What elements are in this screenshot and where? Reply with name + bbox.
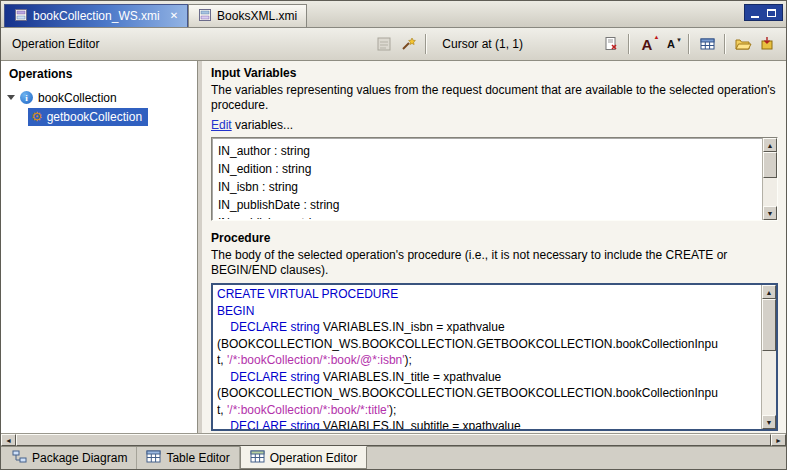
scroll-down-icon[interactable]: ▼ [762,415,776,429]
toolbar-title: Operation Editor [8,37,99,51]
code-line: t, '/*:bookCollection/*:book/@*:isbn'); [217,352,758,369]
scrollbar-thumb[interactable] [762,299,776,351]
tab-table-editor[interactable]: Table Editor [137,447,239,469]
editor-tab-label: bookCollection_WS.xmi [33,9,160,23]
input-variables-list[interactable]: IN_author : stringIN_edition : stringIN_… [211,137,778,221]
xmi-file-icon [14,8,28,25]
toolbar-separator [688,34,690,54]
code-line: DECLARE string VARIABLES.IN_subtitle = x… [217,418,758,429]
code-line: t, '/*:bookCollection/*:book/*:title'); [217,402,758,419]
edit-variables-link[interactable]: Edit [211,118,232,132]
expand-arrow-icon[interactable] [7,95,15,100]
wand-icon[interactable] [396,32,420,56]
tree-item-getbookcollection[interactable]: ⚙ getbookCollection [1,107,197,126]
tab-package-diagram[interactable]: Package Diagram [3,447,137,469]
section-description: The variables representing values from t… [211,83,776,113]
package-diagram-icon [12,450,27,466]
operations-panel-title: Operations [1,61,197,88]
code-line: DECLARE string VARIABLES.IN_title = xpat… [217,369,758,386]
section-description: The body of the selected operation's pro… [211,248,776,278]
scroll-up-icon[interactable]: ▲ [762,285,776,299]
operations-tree: i bookCollection ⚙ getbookCollection [1,88,197,126]
operation-editor-window: bookCollection_WS.xmi ✕ BooksXML.xmi Ope… [0,0,787,470]
close-icon[interactable]: ✕ [170,11,178,21]
disabled-action-icon[interactable] [372,32,396,56]
table-editor-icon [146,450,161,466]
code-line: BEGIN [217,303,758,320]
view-control-buttons [744,4,783,21]
font-increase-icon[interactable]: A▲ [635,32,659,56]
procedure-section: Procedure The body of the selected opera… [211,231,780,433]
tree-item-bookcollection[interactable]: i bookCollection [1,88,197,107]
scroll-right-icon[interactable]: ► [771,434,786,446]
editor-tab-bar: bookCollection_WS.xmi ✕ BooksXML.xmi [1,1,786,28]
selected-tree-item[interactable]: ⚙ getbookCollection [28,108,148,126]
toolbar-separator [628,34,630,54]
scrollbar-thumb[interactable] [16,434,771,446]
edit-variables-suffix: variables... [232,118,293,132]
scroll-down-icon[interactable]: ▼ [763,206,777,220]
validate-xml-icon[interactable] [599,32,623,56]
operation-editor-toolbar: Operation Editor Cursor at (1, 1) A▲ A▼ [1,28,786,61]
vertical-scrollbar[interactable]: ▲ ▼ [761,285,776,429]
variable-list-item[interactable]: IN_author : string [218,142,756,160]
gear-icon: ⚙ [31,110,43,123]
tab-label: Package Diagram [32,451,127,465]
section-title: Procedure [211,231,780,245]
variable-list-item[interactable]: IN_publisher : string [218,214,756,219]
tab-operation-editor[interactable]: Operation Editor [240,446,367,469]
minimize-icon[interactable] [751,8,759,18]
code-line: (BOOKCOLLECTION_WS.BOOKCOLLECTION.GETBOO… [217,385,758,402]
open-folder-icon[interactable] [731,32,755,56]
editor-tab-bookcollection-ws[interactable]: bookCollection_WS.xmi ✕ [4,4,188,27]
variable-list-item[interactable]: IN_publishDate : string [218,196,756,214]
scroll-up-icon[interactable]: ▲ [763,138,777,152]
variable-list-item[interactable]: IN_edition : string [218,160,756,178]
code-line: DECLARE string VARIABLES.IN_isbn = xpath… [217,319,758,336]
scrollbar-thumb[interactable] [763,152,777,178]
procedure-code-editor[interactable]: CREATE VIRTUAL PROCEDUREBEGIN DECLARE st… [211,283,778,431]
tab-label: Table Editor [166,451,229,465]
horizontal-scrollbar[interactable]: ◄ ► [1,433,786,446]
editor-tab-booksxml[interactable]: BooksXML.xmi [188,4,307,27]
toolbar-separator [425,34,427,54]
maximize-icon[interactable] [767,9,776,17]
editor-body: Operations i bookCollection ⚙ getbookCol… [1,61,786,433]
variable-list-item[interactable]: IN_isbn : string [218,178,756,196]
cursor-position-status: Cursor at (1, 1) [432,37,533,51]
operations-panel: Operations i bookCollection ⚙ getbookCol… [1,61,198,433]
editor-page-tabs: Package Diagram Table Editor Operation E… [1,446,786,469]
tree-item-label: getbookCollection [47,110,142,124]
info-icon: i [20,91,33,104]
section-title: Input Variables [211,66,780,80]
code-line: (BOOKCOLLECTION_WS.BOOKCOLLECTION.GETBOO… [217,336,758,353]
edit-variables-line: Edit variables... [211,118,780,132]
font-decrease-icon[interactable]: A▼ [659,32,683,56]
operation-form-panel: Input Variables The variables representi… [202,61,786,433]
operation-editor-icon [250,450,265,466]
export-icon[interactable] [755,32,779,56]
tree-item-label: bookCollection [38,91,117,105]
code-line: CREATE VIRTUAL PROCEDURE [217,286,758,303]
tab-label: Operation Editor [270,451,357,465]
vertical-scrollbar[interactable]: ▲ ▼ [762,138,777,220]
xml-file-icon [198,8,212,25]
input-variables-section: Input Variables The variables representi… [211,66,780,231]
editor-tab-label: BooksXML.xmi [217,9,297,23]
table-icon[interactable] [695,32,719,56]
toolbar-separator [724,34,726,54]
scroll-left-icon[interactable]: ◄ [1,434,16,446]
